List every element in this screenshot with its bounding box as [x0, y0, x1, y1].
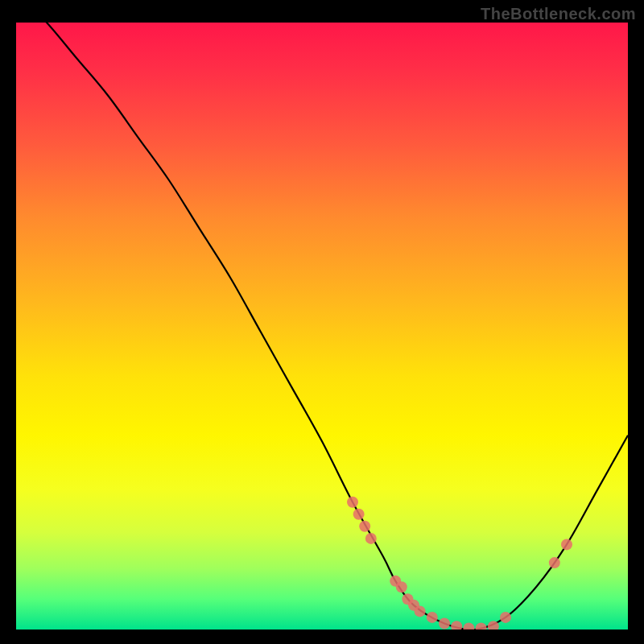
data-marker	[549, 557, 560, 568]
data-marker	[353, 509, 365, 520]
chart-frame: TheBottleneck.com	[0, 0, 644, 644]
data-marker	[463, 623, 474, 630]
main-curve	[16, 23, 628, 630]
data-marker	[396, 581, 407, 592]
data-marker	[415, 605, 426, 617]
plot-area	[16, 23, 628, 630]
marker-group	[347, 497, 572, 630]
data-marker	[359, 521, 370, 532]
data-marker	[451, 621, 462, 630]
data-marker	[561, 539, 572, 550]
data-marker	[347, 497, 358, 508]
watermark-text: TheBottleneck.com	[481, 5, 636, 23]
curve-svg	[16, 23, 628, 630]
data-marker	[427, 612, 438, 623]
data-marker	[439, 618, 450, 630]
data-marker	[476, 623, 487, 630]
data-marker	[365, 533, 377, 544]
data-marker	[500, 612, 511, 623]
